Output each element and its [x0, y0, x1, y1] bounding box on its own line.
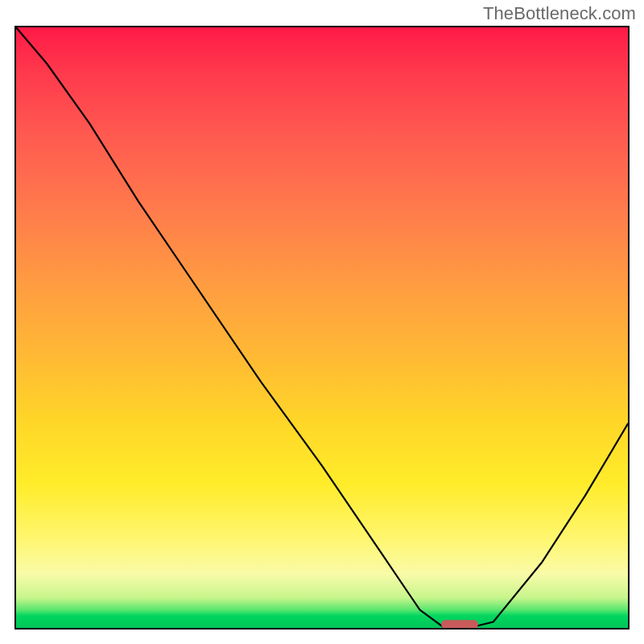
curve-layer — [16, 27, 628, 628]
bottleneck-curve — [16, 27, 628, 628]
watermark-label: TheBottleneck.com — [483, 3, 636, 24]
plot-background — [14, 26, 630, 630]
sweet-spot-marker — [441, 620, 478, 628]
chart-container: TheBottleneck.com — [0, 0, 644, 644]
plot-area — [14, 26, 630, 630]
